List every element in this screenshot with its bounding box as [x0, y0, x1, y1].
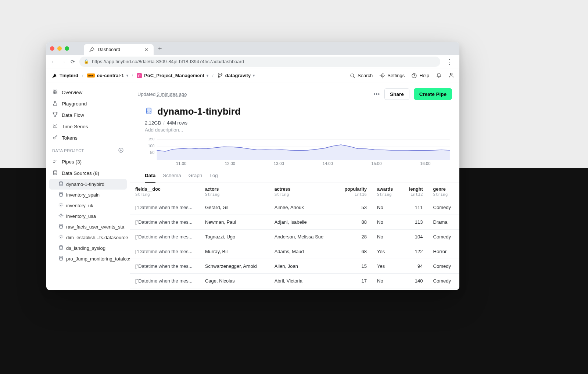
app-header: Tinybird / aws eu-central-1 ▾ / P PoC_Pr…: [46, 68, 459, 83]
sidebar-item-time-series[interactable]: Time Series: [46, 121, 130, 132]
chevron-down-icon: ▾: [207, 73, 208, 78]
col-lenght[interactable]: lenghtInt32: [401, 183, 428, 200]
table-row[interactable]: ["Datetime when the mes...Gerard, GilAim…: [130, 200, 459, 215]
datasource-item[interactable]: inventory_spain: [46, 190, 130, 200]
datasource-item[interactable]: dim_establish...ts.datasource: [46, 232, 130, 243]
svg-text:13:00: 13:00: [274, 161, 284, 166]
svg-point-20: [60, 224, 62, 225]
gear-icon: [379, 73, 385, 79]
nav-reload-button[interactable]: ⟳: [70, 59, 76, 65]
datasource-meta: 2.12GB/44M rows: [130, 119, 459, 126]
datasource-item[interactable]: ds_landing_syslog: [46, 243, 130, 253]
col-fields__doc[interactable]: fields__docString: [130, 183, 200, 200]
svg-rect-8: [53, 90, 55, 91]
description-input[interactable]: Add description...: [130, 126, 459, 136]
sidebar-datasources[interactable]: Data Sources (8): [46, 168, 130, 179]
tabs: DataSchemaGraphLog: [130, 168, 459, 183]
create-pipe-button[interactable]: Create Pipe: [414, 88, 452, 100]
fullscreen-window-button[interactable]: [65, 46, 69, 51]
help-button[interactable]: Help: [411, 73, 429, 79]
sidebar-pipes[interactable]: Pipes (3): [46, 156, 130, 168]
data-table: fields__docStringactorsStringactressStri…: [130, 183, 459, 290]
table-row[interactable]: ["Datetime when the mes...Cage, NicolasA…: [130, 274, 459, 288]
minimize-window-button[interactable]: [57, 46, 62, 51]
help-icon: [411, 73, 417, 79]
svg-text:15:00: 15:00: [372, 161, 382, 166]
tab-schema[interactable]: Schema: [163, 173, 181, 183]
breadcrumb-region[interactable]: aws eu-central-1 ▾: [87, 73, 128, 78]
table-row[interactable]: ["Datetime when the mes...Newman, PaulAd…: [130, 215, 459, 230]
browser-toolbar: ← → ⟳ 🔒 https://app.tinybird.co/8dae6a-8…: [46, 55, 459, 68]
tinybird-logo-icon: [51, 73, 57, 79]
table-row[interactable]: ["Datetime when the mes...Murray, BillAd…: [130, 244, 459, 259]
breadcrumb-project[interactable]: P PoC_Project_Management ▾: [137, 73, 208, 78]
bell-icon: [436, 72, 442, 78]
datasource-item[interactable]: inventory_usa: [46, 211, 130, 222]
chart-icon: [52, 123, 58, 130]
datasource-item[interactable]: inventory_uk: [46, 200, 130, 211]
svg-rect-10: [53, 92, 55, 94]
nav-forward-button[interactable]: →: [60, 59, 66, 65]
tab-log[interactable]: Log: [209, 173, 218, 183]
svg-point-7: [450, 73, 452, 75]
more-actions-button[interactable]: •••: [373, 91, 380, 97]
datasources-icon: [52, 170, 58, 177]
breadcrumb-root[interactable]: Tinybird: [51, 73, 78, 79]
col-genre[interactable]: genreString: [428, 183, 459, 200]
col-actors[interactable]: actorsString: [200, 183, 269, 200]
col-actress[interactable]: actressString: [269, 183, 336, 200]
notifications-button[interactable]: [436, 72, 442, 79]
updated-label: Updated 2 minutes ago: [137, 91, 187, 97]
svg-rect-11: [55, 92, 57, 94]
search-icon: [349, 73, 355, 79]
grid-icon: [52, 89, 58, 96]
branch-icon: [217, 73, 223, 79]
settings-button[interactable]: Settings: [379, 73, 405, 79]
share-button[interactable]: Share: [384, 88, 409, 100]
svg-text:12:00: 12:00: [225, 161, 235, 166]
db-icon: [58, 245, 63, 252]
svg-text:14:00: 14:00: [323, 161, 333, 166]
pipes-icon: [52, 158, 58, 165]
sidebar-item-overview[interactable]: Overview: [46, 87, 130, 98]
browser-tab-title: Dashboard: [98, 47, 120, 52]
user-icon: [448, 72, 454, 78]
col-popularity[interactable]: popularityInt16: [336, 183, 372, 200]
spark-icon: [58, 213, 63, 220]
close-window-button[interactable]: [50, 46, 54, 51]
datasource-item[interactable]: pro_Jump_monitoring_totalcost: [46, 253, 130, 264]
chevron-down-icon: ▾: [126, 73, 128, 78]
table-row[interactable]: ["Datetime when the mes...Connors, Chuck…: [130, 288, 459, 291]
svg-point-18: [60, 181, 62, 183]
db-icon: [58, 255, 63, 262]
sidebar-item-playground[interactable]: Playground: [46, 98, 130, 109]
table-row[interactable]: ["Datetime when the mes...Tognazzi, UgoA…: [130, 230, 459, 244]
svg-text:150: 150: [148, 138, 155, 141]
plus-circle-icon: [118, 147, 124, 153]
browser-menu-button[interactable]: ⋮: [444, 58, 455, 66]
close-tab-icon[interactable]: ✕: [144, 47, 148, 53]
breadcrumb-workspace[interactable]: datagravity ▾: [217, 73, 255, 79]
tab-favicon: [89, 46, 95, 53]
new-tab-button[interactable]: +: [158, 45, 162, 53]
sidebar: OverviewPlaygroundData FlowTime SeriesTo…: [46, 83, 130, 290]
datasource-item[interactable]: raw_facts_user_events_sta: [46, 222, 130, 232]
col-awards[interactable]: awardsString: [372, 183, 401, 200]
tab-data[interactable]: Data: [145, 173, 155, 183]
add-data-project-button[interactable]: [118, 147, 124, 154]
table-row[interactable]: ["Datetime when the mes...Schwarzenegger…: [130, 259, 459, 274]
nav-back-button[interactable]: ←: [51, 59, 57, 65]
search-button[interactable]: Search: [349, 73, 373, 79]
sidebar-item-data-flow[interactable]: Data Flow: [46, 109, 130, 121]
url-field[interactable]: 🔒 https://app.tinybird.co/8dae6a-8309-84…: [79, 57, 440, 67]
browser-window: Dashboard ✕ + ← → ⟳ 🔒 https://app.tinybi…: [46, 42, 459, 290]
spark-icon: [58, 202, 63, 209]
account-button[interactable]: [448, 72, 454, 79]
sidebar-item-tokens[interactable]: Tokens: [46, 132, 130, 144]
tab-graph[interactable]: Graph: [189, 173, 202, 183]
browser-tab[interactable]: Dashboard ✕: [84, 44, 154, 55]
datasource-item[interactable]: dynamo-1-tinybird: [49, 179, 127, 190]
main-panel: Updated 2 minutes ago ••• Share Create P…: [130, 83, 459, 290]
svg-point-4: [381, 75, 383, 76]
db-icon: [58, 223, 63, 230]
